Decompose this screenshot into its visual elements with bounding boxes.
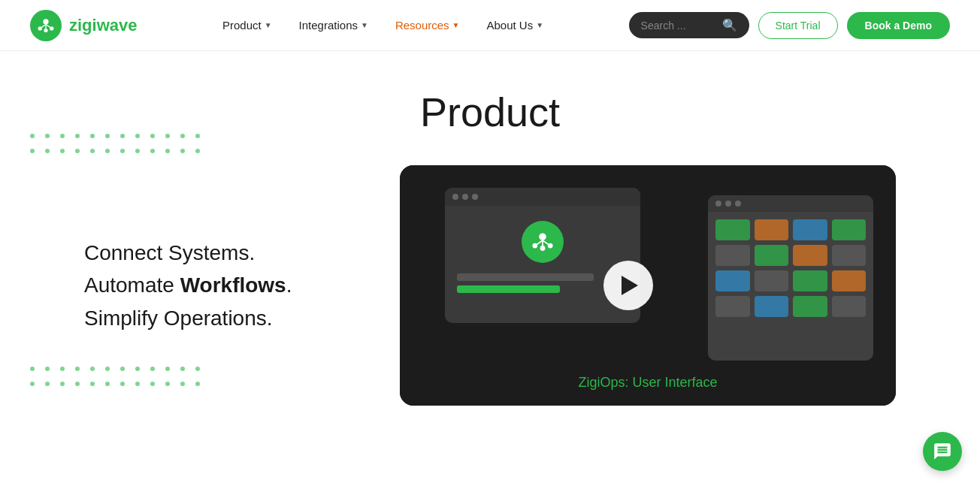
mock-form-line-1 bbox=[457, 273, 594, 281]
dot bbox=[60, 367, 65, 371]
win-dots-back bbox=[445, 188, 640, 206]
logo[interactable]: zigiwave bbox=[30, 10, 137, 41]
win-dot-f1 bbox=[715, 201, 721, 207]
dot bbox=[75, 382, 80, 386]
dot bbox=[180, 149, 185, 153]
dot-pattern-bottom bbox=[30, 367, 200, 386]
start-trial-button[interactable]: Start Trial bbox=[758, 12, 838, 39]
dot bbox=[150, 367, 155, 371]
nav-product[interactable]: Product ▼ bbox=[212, 13, 283, 38]
tagline-line3: Simplify Operations. bbox=[84, 302, 355, 334]
win-dot-3 bbox=[472, 194, 478, 200]
mock-logo-svg bbox=[530, 229, 555, 255]
nav-about[interactable]: About Us ▼ bbox=[476, 13, 555, 38]
mock-grid bbox=[708, 212, 873, 324]
nav-integrations-label: Integrations bbox=[299, 19, 358, 32]
dot bbox=[195, 367, 200, 371]
dot bbox=[45, 382, 50, 386]
chat-bubble[interactable] bbox=[923, 432, 962, 471]
grid-cell-2 bbox=[755, 219, 789, 240]
svg-line-5 bbox=[46, 24, 52, 28]
dot bbox=[135, 367, 140, 371]
dot bbox=[30, 149, 35, 153]
dot bbox=[45, 149, 50, 153]
dot-pattern-top bbox=[30, 134, 200, 153]
svg-point-7 bbox=[539, 233, 546, 240]
svg-line-11 bbox=[535, 240, 543, 246]
dot bbox=[120, 134, 125, 138]
main-content: Product Connect Systems. Automate Workfl… bbox=[0, 51, 980, 406]
nav-links: Product ▼ Integrations ▼ Resources ▼ Abo… bbox=[212, 13, 554, 38]
dot bbox=[45, 367, 50, 371]
nav-about-label: About Us bbox=[487, 19, 534, 32]
dot bbox=[195, 149, 200, 153]
grid-cell-3 bbox=[793, 219, 827, 240]
video-caption: ZigiOps: User Interface bbox=[400, 375, 896, 391]
logo-text: zigiwave bbox=[69, 16, 137, 35]
dot bbox=[150, 382, 155, 386]
nav-integrations-chevron: ▼ bbox=[361, 21, 368, 29]
svg-line-4 bbox=[40, 24, 46, 28]
dot bbox=[165, 149, 170, 153]
dot bbox=[30, 382, 35, 386]
dot bbox=[105, 134, 110, 138]
win-dot-f3 bbox=[735, 201, 741, 207]
grid-cell-14 bbox=[755, 296, 789, 317]
dot bbox=[180, 382, 185, 386]
grid-cell-10 bbox=[755, 270, 789, 291]
dot bbox=[105, 382, 110, 386]
dot bbox=[60, 382, 65, 386]
dot bbox=[60, 149, 65, 153]
grid-cell-5 bbox=[715, 245, 750, 266]
dot bbox=[180, 134, 185, 138]
dot bbox=[30, 367, 35, 371]
book-demo-button[interactable]: Book a Demo bbox=[847, 12, 950, 39]
dot bbox=[90, 134, 95, 138]
grid-cell-11 bbox=[793, 270, 827, 291]
mock-logo-circle bbox=[522, 221, 564, 263]
dot bbox=[120, 149, 125, 153]
dot bbox=[90, 149, 95, 153]
grid-cell-12 bbox=[832, 270, 867, 291]
dot bbox=[30, 134, 35, 138]
dot bbox=[195, 382, 200, 386]
win-dot-1 bbox=[452, 194, 458, 200]
nav-about-chevron: ▼ bbox=[536, 21, 543, 29]
dot bbox=[195, 134, 200, 138]
dot bbox=[90, 382, 95, 386]
tagline: Connect Systems. Automate Workflows. Sim… bbox=[84, 237, 355, 334]
logo-icon bbox=[30, 10, 62, 41]
dot bbox=[135, 134, 140, 138]
video-mockup: ZigiOps: User Interface bbox=[400, 165, 896, 406]
svg-point-0 bbox=[43, 19, 48, 24]
dot bbox=[120, 367, 125, 371]
grid-cell-16 bbox=[832, 296, 867, 317]
dot bbox=[120, 382, 125, 386]
dot bbox=[165, 367, 170, 371]
nav-resources-label: Resources bbox=[395, 19, 449, 32]
video-container[interactable]: ZigiOps: User Interface bbox=[400, 165, 896, 406]
video-play-button[interactable] bbox=[603, 261, 653, 310]
search-box[interactable]: 🔍 bbox=[629, 12, 749, 38]
nav-integrations[interactable]: Integrations ▼ bbox=[289, 13, 379, 38]
grid-cell-13 bbox=[715, 296, 750, 317]
mock-window-front bbox=[708, 195, 873, 361]
search-input[interactable] bbox=[641, 20, 716, 32]
dot bbox=[75, 149, 80, 153]
chat-icon bbox=[933, 442, 952, 461]
dot bbox=[165, 382, 170, 386]
dot bbox=[90, 367, 95, 371]
grid-cell-7 bbox=[793, 245, 827, 266]
nav-resources[interactable]: Resources ▼ bbox=[385, 13, 470, 38]
navbar: zigiwave Product ▼ Integrations ▼ Resour… bbox=[0, 0, 980, 51]
grid-cell-15 bbox=[793, 296, 827, 317]
dot bbox=[105, 367, 110, 371]
search-icon[interactable]: 🔍 bbox=[722, 18, 737, 32]
dot bbox=[75, 367, 80, 371]
mock-logo-center bbox=[445, 221, 640, 263]
win-dot-f2 bbox=[725, 201, 731, 207]
nav-product-label: Product bbox=[222, 19, 262, 32]
dot bbox=[180, 367, 185, 371]
dot bbox=[135, 149, 140, 153]
tagline-line2: Automate Workflows. bbox=[84, 269, 355, 301]
